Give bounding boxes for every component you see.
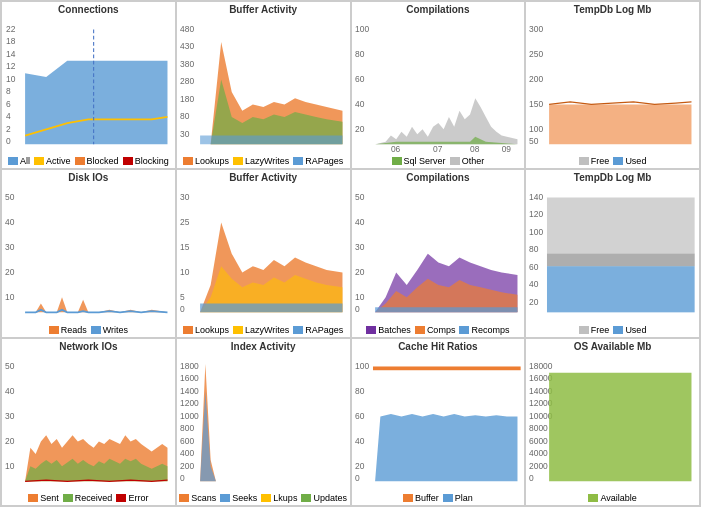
- svg-text:30: 30: [355, 242, 364, 253]
- connections-area: 22 18 14 12 10 8 6 4 2 0: [4, 17, 173, 154]
- svg-text:4: 4: [6, 111, 11, 122]
- legend-scans-label: Scans: [191, 493, 216, 503]
- svg-text:40: 40: [355, 435, 364, 446]
- legend-used2: Used: [613, 325, 646, 335]
- legend-free-label: Free: [591, 156, 610, 166]
- buffer-activity-area: 30 25 15 10 5 0: [179, 185, 348, 322]
- legend-updates: Updates: [301, 493, 347, 503]
- svg-text:22: 22: [6, 23, 15, 34]
- legend-writes: Writes: [91, 325, 128, 335]
- os-available-legend: Available: [588, 493, 636, 503]
- legend-updates-label: Updates: [313, 493, 347, 503]
- svg-text:20: 20: [5, 435, 14, 446]
- svg-text:8: 8: [6, 86, 11, 97]
- legend-used2-label: Used: [625, 325, 646, 335]
- svg-text:25: 25: [180, 217, 189, 228]
- legend-rapages-color: [293, 157, 303, 165]
- legend-received-label: Received: [75, 493, 113, 503]
- svg-text:0: 0: [355, 472, 360, 483]
- legend-sqlserver: Sql Server: [392, 156, 446, 166]
- svg-text:80: 80: [180, 111, 189, 122]
- legend-comps-color: [415, 326, 425, 334]
- svg-text:06: 06: [390, 143, 399, 154]
- legend-blocked: Blocked: [75, 156, 119, 166]
- compilations-title: Compilations: [406, 4, 469, 15]
- legend-all-color: [8, 157, 18, 165]
- legend-batches-color: [366, 326, 376, 334]
- legend-available: Available: [588, 493, 636, 503]
- legend-free2-color: [579, 326, 589, 334]
- svg-text:20: 20: [355, 460, 364, 471]
- svg-text:10: 10: [5, 460, 14, 471]
- legend-sqlserver-color: [392, 157, 402, 165]
- svg-text:20: 20: [355, 267, 364, 278]
- svg-text:09: 09: [501, 143, 510, 154]
- legend-lookups: Lookups: [183, 156, 229, 166]
- svg-marker-63: [375, 308, 517, 313]
- cache-hit-area: 100 80 60 40 20 0: [354, 354, 523, 491]
- svg-text:60: 60: [355, 410, 364, 421]
- svg-text:12000: 12000: [529, 397, 552, 408]
- svg-text:480: 480: [180, 23, 194, 34]
- legend-sent-label: Sent: [40, 493, 59, 503]
- legend-rapages: RAPages: [293, 156, 343, 166]
- svg-text:430: 430: [180, 41, 194, 52]
- svg-text:14: 14: [6, 48, 15, 59]
- legend-sqlserver-label: Sql Server: [404, 156, 446, 166]
- svg-text:20: 20: [355, 123, 364, 134]
- dashboard: Connections 22 18 14 12 10 8 6 4 2 0: [0, 0, 701, 507]
- svg-text:40: 40: [355, 98, 364, 109]
- legend-writes-label: Writes: [103, 325, 128, 335]
- legend-free-color: [579, 157, 589, 165]
- svg-text:12: 12: [6, 61, 15, 72]
- index-activity-area: 1800 1600 1400 1200 1000 800 600 400 200…: [179, 354, 348, 491]
- svg-text:40: 40: [355, 217, 364, 228]
- tempdb-title: TempDb Log Mb: [574, 4, 652, 15]
- index-activity-title: Index Activity: [231, 341, 296, 352]
- legend-rapages2-color: [293, 326, 303, 334]
- cache-hit-chart: Cache Hit Ratios 100 80 60 40 20 0 B: [352, 339, 525, 505]
- legend-error-color: [116, 494, 126, 502]
- svg-text:0: 0: [180, 304, 185, 315]
- legend-lazywrites-label: LazyWrites: [245, 156, 289, 166]
- svg-text:80: 80: [355, 385, 364, 396]
- index-activity-chart: Index Activity 1800 1600 1400 1200 1000 …: [177, 339, 350, 505]
- os-available-chart: OS Available Mb 18000 16000 14000 12000 …: [526, 339, 699, 505]
- legend-all-label: All: [20, 156, 30, 166]
- legend-writes-color: [91, 326, 101, 334]
- svg-text:10: 10: [355, 292, 364, 303]
- svg-text:280: 280: [180, 76, 194, 87]
- legend-scans: Scans: [179, 493, 216, 503]
- svg-marker-100: [375, 414, 517, 481]
- legend-free2: Free: [579, 325, 610, 335]
- svg-text:07: 07: [433, 143, 442, 154]
- svg-text:300: 300: [529, 23, 543, 34]
- legend-free2-label: Free: [591, 325, 610, 335]
- disk-ios-area: 50 40 30 20 10: [4, 185, 173, 322]
- svg-text:250: 250: [529, 48, 543, 59]
- disk-ios-chart: Disk IOs 50 40 30 20 10 Reads W: [2, 170, 175, 336]
- svg-text:1400: 1400: [180, 385, 199, 396]
- index-activity-legend: Scans Seeks Lkups Updates: [179, 493, 347, 503]
- svg-text:150: 150: [529, 98, 543, 109]
- legend-seeks-color: [220, 494, 230, 502]
- legend-active: Active: [34, 156, 71, 166]
- svg-rect-72: [547, 266, 695, 312]
- legend-lookups2: Lookups: [183, 325, 229, 335]
- svg-marker-45: [25, 298, 167, 313]
- legend-other-label: Other: [462, 156, 485, 166]
- legend-received-color: [63, 494, 73, 502]
- legend-seeks: Seeks: [220, 493, 257, 503]
- connections-legend: All Active Blocked Blocking: [8, 156, 169, 166]
- legend-blocking-label: Blocking: [135, 156, 169, 166]
- tempdb-legend: Free Used: [579, 156, 647, 166]
- network-ios-chart: Network IOs 50 40 30 20 10 Sent: [2, 339, 175, 505]
- svg-marker-91: [200, 364, 342, 481]
- svg-text:5: 5: [180, 292, 185, 303]
- svg-marker-39: [549, 104, 691, 144]
- legend-recomps-label: Recomps: [471, 325, 509, 335]
- svg-rect-73: [547, 254, 695, 266]
- svg-text:1600: 1600: [180, 372, 199, 383]
- cache-hit-title: Cache Hit Ratios: [398, 341, 477, 352]
- legend-rapages2: RAPages: [293, 325, 343, 335]
